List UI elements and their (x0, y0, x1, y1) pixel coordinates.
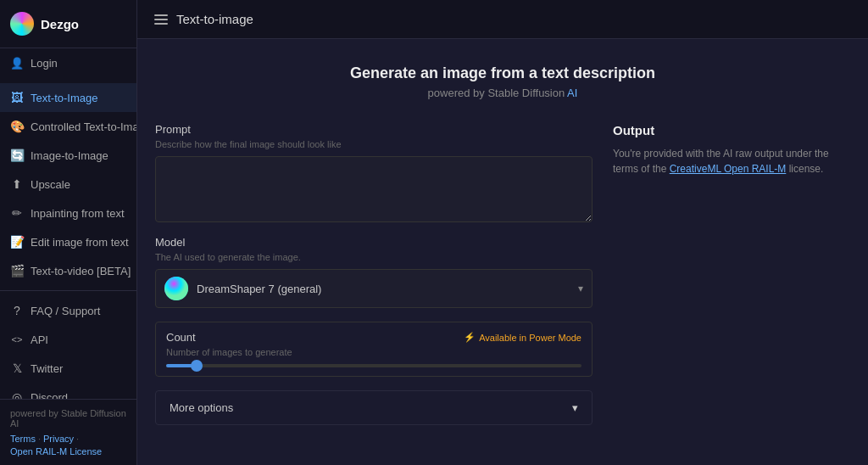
sidebar-item-label: Image-to-Image (31, 149, 108, 162)
logo-area: Dezgo (0, 0, 136, 48)
footer-powered-text: powered by Stable Diffusion AI (10, 408, 126, 429)
open-rail-link[interactable]: Open RAIL-M License (10, 446, 102, 457)
sidebar-item-faq[interactable]: ? FAQ / Support (0, 296, 136, 325)
edit-icon: 📝 (10, 235, 24, 249)
sidebar-item-label: Edit image from text (31, 236, 129, 249)
topbar: Text-to-image (137, 0, 868, 39)
sidebar-item-controlled-text-to-image[interactable]: 🎨 Controlled Text-to-Image (0, 112, 136, 141)
count-hint: Number of images to generate (166, 347, 581, 357)
output-description: You're provided with the AI raw output u… (613, 146, 850, 176)
creative-ml-link[interactable]: CreativeML Open RAIL-M (670, 163, 787, 175)
inpainting-icon: ✏ (10, 206, 24, 220)
logo-icon (10, 12, 34, 36)
sidebar-item-upscale[interactable]: ⬆ Upscale (0, 170, 136, 199)
page-header: Generate an image from a text descriptio… (350, 64, 655, 99)
video-icon: 🎬 (10, 264, 24, 277)
prompt-input[interactable] (155, 156, 593, 222)
sidebar-item-image-to-image[interactable]: 🔄 Image-to-Image (0, 141, 136, 170)
api-icon: <> (10, 333, 24, 346)
sidebar-item-label: Discord (31, 391, 68, 400)
chevron-down-icon: ▾ (578, 283, 583, 294)
prompt-hint: Describe how the final image should look… (155, 139, 593, 149)
model-avatar (164, 277, 188, 300)
more-options-label: More options (170, 401, 233, 414)
power-badge-text: Available in Power Mode (479, 333, 581, 343)
topbar-title: Text-to-image (176, 12, 253, 26)
sidebar-item-inpainting[interactable]: ✏ Inpainting from text (0, 199, 136, 227)
count-header: Count ⚡ Available in Power Mode (166, 331, 581, 344)
sidebar-nav: 🖼 Text-to-Image 🎨 Controlled Text-to-Ima… (0, 78, 136, 399)
sidebar-item-label: Controlled Text-to-Image (31, 120, 136, 133)
hamburger-button[interactable] (154, 14, 168, 25)
prompt-field-group: Prompt Describe how the final image shou… (155, 123, 593, 222)
model-name: DreamShaper 7 (general) (197, 283, 570, 295)
sidebar-item-label: Twitter (31, 362, 63, 375)
sidebar-item-text-to-image[interactable]: 🖼 Text-to-Image (0, 83, 136, 112)
sidebar-divider (0, 290, 136, 291)
chevron-down-more-icon: ▾ (572, 401, 578, 414)
user-icon: 👤 (10, 57, 24, 70)
page-subtitle: powered by Stable Diffusion AI (350, 87, 655, 99)
lightning-icon: ⚡ (464, 332, 476, 343)
controlled-icon: 🎨 (10, 120, 24, 133)
count-section: Count ⚡ Available in Power Mode Number o… (155, 322, 593, 377)
app-name: Dezgo (41, 17, 79, 31)
page-title: Generate an image from a text descriptio… (350, 64, 655, 82)
more-options-toggle[interactable]: More options ▾ (155, 390, 593, 425)
sidebar-item-label: Text-to-Image (31, 92, 97, 104)
model-hint: The AI used to generate the image. (155, 252, 593, 262)
image-to-image-icon: 🔄 (10, 148, 24, 162)
login-label: Login (31, 57, 58, 70)
sidebar-item-label: Upscale (31, 178, 70, 191)
count-slider-track (166, 364, 581, 367)
privacy-link[interactable]: Privacy (43, 434, 74, 444)
sidebar-item-label: FAQ / Support (31, 305, 100, 317)
svg-point-0 (164, 277, 188, 300)
sidebar-footer: powered by Stable Diffusion AI Terms · P… (0, 399, 136, 465)
sidebar-item-label: Text-to-video [BETA] (31, 265, 131, 277)
sidebar-item-edit-image[interactable]: 📝 Edit image from text (0, 227, 136, 256)
terms-link[interactable]: Terms (10, 434, 36, 444)
content-grid: Prompt Describe how the final image shou… (155, 123, 850, 425)
power-badge: ⚡ Available in Power Mode (464, 332, 581, 343)
footer-links: Terms · Privacy · Open RAIL-M License (10, 434, 126, 457)
ai-badge: AI (567, 87, 577, 99)
count-label: Count (166, 331, 196, 344)
sidebar-item-discord[interactable]: ◎ Discord (0, 383, 136, 399)
sidebar-item-twitter[interactable]: 𝕏 Twitter (0, 354, 136, 383)
sidebar-item-api[interactable]: <> API (0, 325, 136, 354)
output-label: Output (613, 123, 850, 137)
twitter-icon: 𝕏 (10, 361, 24, 375)
sidebar-item-text-to-video[interactable]: 🎬 Text-to-video [BETA] (0, 256, 136, 285)
login-button[interactable]: 👤 Login (0, 48, 136, 78)
right-panel: Output You're provided with the AI raw o… (613, 123, 850, 425)
prompt-label: Prompt (155, 123, 593, 136)
main-content: Text-to-image Generate an image from a t… (137, 0, 868, 465)
discord-icon: ◎ (10, 390, 24, 399)
content-area: Generate an image from a text descriptio… (137, 39, 868, 465)
faq-icon: ? (10, 304, 24, 317)
text-to-image-icon: 🖼 (10, 91, 24, 104)
sidebar-item-label: Inpainting from text (31, 207, 125, 220)
sidebar: Dezgo 👤 Login 🖼 Text-to-Image 🎨 Controll… (0, 0, 137, 465)
count-slider-thumb[interactable] (191, 360, 203, 372)
model-select-dropdown[interactable]: DreamShaper 7 (general) ▾ (155, 269, 593, 308)
left-panel: Prompt Describe how the final image shou… (155, 123, 593, 425)
sidebar-item-label: API (31, 333, 48, 346)
model-label: Model (155, 236, 593, 249)
model-field-group: Model The AI used to generate the image. (155, 236, 593, 308)
upscale-icon: ⬆ (10, 177, 24, 191)
